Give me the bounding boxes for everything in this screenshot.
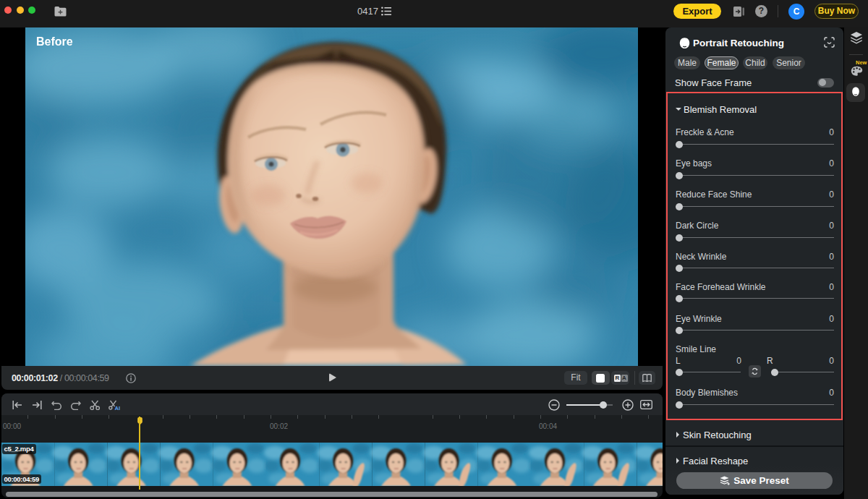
svg-text:AI: AI xyxy=(115,405,121,411)
